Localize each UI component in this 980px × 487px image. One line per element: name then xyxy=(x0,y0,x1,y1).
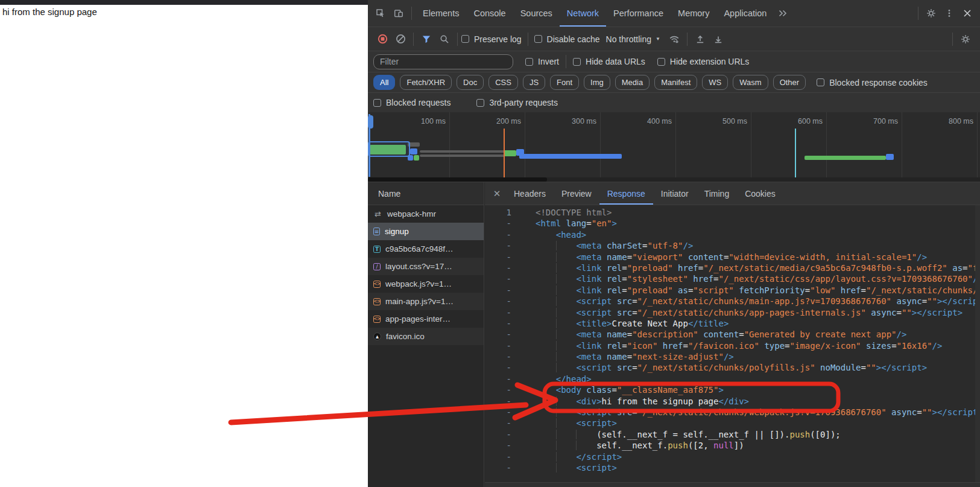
filter-pill-other[interactable]: Other xyxy=(773,75,806,90)
request-row-signup[interactable]: ≡signup xyxy=(368,223,484,240)
line-number: - xyxy=(485,407,519,418)
checkbox[interactable] xyxy=(461,35,469,43)
tab-sources[interactable]: Sources xyxy=(513,0,560,27)
checkbox[interactable] xyxy=(373,99,381,107)
blocked-cookies-checkbox[interactable]: Blocked response cookies xyxy=(817,78,928,88)
request-row-app-pages-inter-[interactable]: <>app-pages-inter… xyxy=(368,310,484,328)
tab-elements[interactable]: Elements xyxy=(416,0,466,27)
settings-icon[interactable] xyxy=(922,4,940,22)
request-row-layout-css-v-17-[interactable]: /layout.css?v=17… xyxy=(368,258,484,275)
font-file-icon: T xyxy=(373,246,381,253)
code-text: <div>hi from the signup page</div> xyxy=(519,396,749,407)
line-number: - xyxy=(485,440,519,451)
more-menu-icon[interactable] xyxy=(940,4,958,22)
checkbox[interactable] xyxy=(525,58,533,66)
code-text: <link rel="stylesheet" href="/_next/stat… xyxy=(519,273,975,284)
checkbox[interactable] xyxy=(817,78,824,86)
filter-pill-all[interactable]: All xyxy=(373,75,395,90)
checkbox[interactable] xyxy=(476,99,484,107)
filter-pill-js[interactable]: JS xyxy=(523,75,545,90)
more-tabs-icon[interactable] xyxy=(774,4,792,22)
blocked-row: Blocked requests 3rd-party requests xyxy=(368,93,980,112)
line-number: - xyxy=(485,396,519,407)
disable-cache-checkbox[interactable]: Disable cache xyxy=(534,34,600,44)
divider xyxy=(528,33,528,46)
device-toolbar-icon[interactable] xyxy=(390,4,408,22)
vertical-scrollbar[interactable] xyxy=(975,205,980,482)
request-row-favicon-ico[interactable]: ▲favicon.ico xyxy=(368,328,484,345)
line-number: - xyxy=(485,273,519,284)
clear-icon[interactable] xyxy=(391,30,409,48)
line-number: - xyxy=(485,418,519,428)
waterfall-bar xyxy=(519,154,622,159)
record-icon[interactable] xyxy=(373,30,391,48)
detail-tab-response[interactable]: Response xyxy=(599,182,653,205)
request-row-webpack-hmr[interactable]: ⇄webpack-hmr xyxy=(368,205,484,223)
filter-pill-wasm[interactable]: Wasm xyxy=(733,75,768,90)
hide-extension-urls-checkbox[interactable]: Hide extension URLs xyxy=(657,57,750,66)
line-number: - xyxy=(485,229,519,240)
window-top-edge xyxy=(0,0,368,5)
import-har-icon[interactable] xyxy=(691,30,709,48)
filter-pill-fetch-xhr[interactable]: Fetch/XHR xyxy=(400,75,452,90)
timeline-scrollbar[interactable] xyxy=(368,177,980,182)
filter-pill-media[interactable]: Media xyxy=(615,75,650,90)
request-row-webpack-js-v-1-[interactable]: <>webpack.js?v=1… xyxy=(368,275,484,293)
checkbox[interactable] xyxy=(573,58,581,66)
inspect-icon[interactable] xyxy=(371,4,390,22)
tab-memory[interactable]: Memory xyxy=(671,0,716,27)
network-conditions-icon[interactable] xyxy=(665,30,683,48)
code-line: - <head> xyxy=(485,229,975,240)
filter-pill-font[interactable]: Font xyxy=(550,75,579,90)
network-settings-icon[interactable] xyxy=(956,30,975,48)
detail-tab-timing[interactable]: Timing xyxy=(697,182,738,205)
close-detail-icon[interactable]: ✕ xyxy=(488,185,506,203)
search-icon[interactable] xyxy=(435,30,454,48)
timeline-gridline xyxy=(675,112,676,177)
filter-pill-manifest[interactable]: Manifest xyxy=(654,75,697,90)
response-code-view[interactable]: 1<!DOCTYPE html>-<html lang="en">- <head… xyxy=(485,205,975,482)
filter-pill-css[interactable]: CSS xyxy=(488,75,518,90)
filter-funnel-icon[interactable] xyxy=(417,30,435,48)
request-name: c9a5bc6a7c948f… xyxy=(385,244,454,253)
blocked-requests-checkbox[interactable]: Blocked requests xyxy=(373,98,450,107)
filter-pill-img[interactable]: Img xyxy=(584,75,610,90)
tab-performance[interactable]: Performance xyxy=(606,0,671,27)
preserve-log-checkbox[interactable]: Preserve log xyxy=(461,34,522,44)
request-row-main-app-js-v-1-[interactable]: <>main-app.js?v=1… xyxy=(368,293,484,310)
tab-network[interactable]: Network xyxy=(560,0,606,27)
line-number: - xyxy=(485,362,519,373)
timeline-scroll-thumb[interactable] xyxy=(368,177,547,182)
request-table: Name ⇄webpack-hmr≡signupTc9a5bc6a7c948f…… xyxy=(368,182,484,487)
detail-tab-preview[interactable]: Preview xyxy=(554,182,599,205)
horizontal-scrollbar[interactable] xyxy=(485,482,980,487)
resource-type-row: AllFetch/XHRDocCSSJSFontImgMediaManifest… xyxy=(368,72,980,93)
detail-tab-initiator[interactable]: Initiator xyxy=(653,182,697,205)
checkbox[interactable] xyxy=(534,35,542,43)
filter-input[interactable] xyxy=(373,54,513,69)
code-line: - <div>hi from the signup page</div> xyxy=(485,396,975,407)
line-number: - xyxy=(485,296,519,307)
tab-application[interactable]: Application xyxy=(716,0,774,27)
hide-extension-urls-label: Hide extension URLs xyxy=(670,57,750,66)
websocket-file-icon: ⇄ xyxy=(373,209,382,218)
tab-console[interactable]: Console xyxy=(466,0,513,27)
selection-handle[interactable] xyxy=(368,115,373,129)
timeline-overview[interactable]: 100 ms200 ms300 ms400 ms500 ms600 ms700 … xyxy=(368,112,980,182)
filter-pill-ws[interactable]: WS xyxy=(702,75,728,90)
checkbox[interactable] xyxy=(657,58,665,66)
line-number: - xyxy=(485,384,519,395)
export-har-icon[interactable] xyxy=(709,30,727,48)
request-row-c9a5bc6a7c948f-[interactable]: Tc9a5bc6a7c948f… xyxy=(368,240,484,258)
hide-data-urls-checkbox[interactable]: Hide data URLs xyxy=(573,57,645,66)
close-devtools-icon[interactable] xyxy=(958,4,976,22)
invert-checkbox[interactable]: Invert xyxy=(525,57,559,66)
throttling-select[interactable]: No throttling ▼ xyxy=(600,34,660,44)
detail-tab-headers[interactable]: Headers xyxy=(506,182,554,205)
detail-tab-cookies[interactable]: Cookies xyxy=(737,182,783,205)
detail-tabbar: ✕ HeadersPreviewResponseInitiatorTimingC… xyxy=(485,182,980,205)
filter-pill-doc[interactable]: Doc xyxy=(457,75,484,90)
third-party-checkbox[interactable]: 3rd-party requests xyxy=(476,98,558,107)
name-column-header[interactable]: Name xyxy=(368,182,484,205)
filter-row: Invert Hide data URLs Hide extension URL… xyxy=(368,51,980,72)
